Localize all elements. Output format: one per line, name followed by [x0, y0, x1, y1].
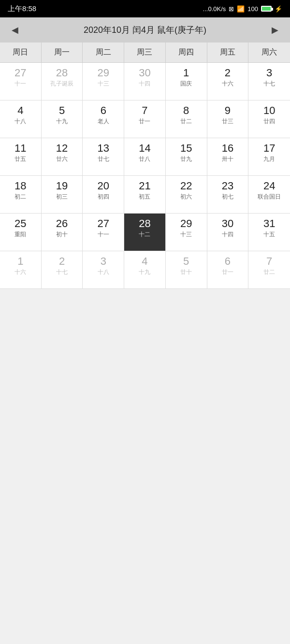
lunar-label: 廿四 — [263, 118, 275, 126]
lunar-label: 九月 — [263, 156, 275, 163]
lunar-label: 十七 — [263, 80, 275, 88]
day-cell[interactable]: 30十四 — [124, 63, 166, 100]
lunar-label: 初四 — [98, 193, 109, 201]
lunar-label: 卅十 — [222, 156, 233, 163]
signal-icon: ⊠ — [229, 5, 234, 13]
lunar-label: 十六 — [14, 269, 26, 276]
weekday-header: 周一 — [42, 43, 83, 62]
lunar-label: 重阳 — [14, 231, 26, 239]
lunar-label: 初十 — [56, 231, 68, 239]
battery-icon — [261, 6, 272, 12]
day-number: 13 — [98, 142, 109, 155]
weekday-header: 周日 — [0, 43, 42, 62]
day-cell[interactable]: 24联合国日 — [248, 176, 290, 214]
day-cell[interactable]: 22初六 — [166, 176, 207, 214]
day-cell[interactable]: 8廿二 — [166, 100, 207, 138]
lunar-label: 老人 — [98, 118, 109, 126]
day-cell[interactable]: 19初三 — [42, 176, 83, 214]
day-number: 31 — [263, 217, 275, 230]
day-number: 23 — [222, 180, 233, 192]
day-cell[interactable]: 13廿七 — [83, 138, 124, 176]
day-number: 15 — [180, 142, 192, 155]
day-cell[interactable]: 20初四 — [83, 176, 124, 214]
lunar-label: 十四 — [222, 231, 233, 239]
day-number: 18 — [14, 180, 26, 192]
day-cell[interactable]: 30十四 — [207, 214, 249, 251]
day-cell[interactable]: 10廿四 — [248, 100, 290, 138]
day-number: 6 — [225, 255, 231, 268]
day-cell[interactable]: 29十三 — [166, 214, 207, 251]
day-cell[interactable]: 23初七 — [207, 176, 249, 214]
day-cell[interactable]: 2十六 — [207, 63, 249, 100]
day-cell[interactable]: 18初二 — [0, 176, 42, 214]
lunar-label: 十九 — [56, 118, 68, 126]
day-cell[interactable]: 29十三 — [83, 63, 124, 100]
day-cell[interactable]: 2十七 — [42, 251, 83, 289]
day-number: 7 — [142, 104, 147, 117]
day-number: 6 — [101, 104, 106, 117]
calendar-grid: 27十一28孔子诞辰29十三30十四1国庆2十六3十七4十八5十九6老人7廿一8… — [0, 63, 290, 289]
day-cell[interactable]: 6廿一 — [207, 251, 249, 289]
lunar-label: 廿十 — [180, 269, 192, 276]
day-cell[interactable]: 27十一 — [83, 214, 124, 251]
day-cell[interactable]: 5廿十 — [166, 251, 207, 289]
day-cell[interactable]: 17九月 — [248, 138, 290, 176]
day-cell[interactable]: 21初五 — [124, 176, 166, 214]
day-number: 8 — [183, 104, 189, 117]
day-cell[interactable]: 4十九 — [124, 251, 166, 289]
day-cell[interactable]: 12廿六 — [42, 138, 83, 176]
lunar-label: 十九 — [139, 269, 150, 276]
day-number: 5 — [183, 255, 189, 268]
lunar-label: 廿九 — [180, 156, 192, 163]
day-number: 5 — [59, 104, 65, 117]
day-cell[interactable]: 1十六 — [0, 251, 42, 289]
status-time: 上午8:58 — [8, 4, 36, 14]
next-month-button[interactable]: ▶ — [268, 23, 282, 37]
day-cell[interactable]: 25重阳 — [0, 214, 42, 251]
day-number: 1 — [17, 255, 23, 268]
lunar-label: 十一 — [98, 231, 109, 239]
day-cell[interactable]: 26初十 — [42, 214, 83, 251]
day-cell[interactable]: 16卅十 — [207, 138, 249, 176]
lunar-label: 廿三 — [222, 118, 233, 126]
day-number: 4 — [142, 255, 147, 268]
wifi-icon: 📶 — [237, 5, 245, 13]
day-number: 22 — [180, 180, 192, 192]
battery-percent: 100 — [247, 5, 258, 13]
day-number: 9 — [225, 104, 231, 117]
day-cell[interactable]: 5十九 — [42, 100, 83, 138]
weekday-header: 周六 — [248, 43, 290, 62]
day-number: 1 — [183, 67, 189, 79]
day-cell[interactable]: 3十八 — [83, 251, 124, 289]
day-number: 30 — [222, 217, 233, 230]
day-cell[interactable]: 7廿二 — [248, 251, 290, 289]
month-title: 2020年10月 闰4月 鼠年(庚子年) — [84, 24, 206, 36]
day-cell[interactable]: 1国庆 — [166, 63, 207, 100]
day-cell[interactable]: 3十七 — [248, 63, 290, 100]
day-cell[interactable]: 28孔子诞辰 — [42, 63, 83, 100]
day-cell[interactable]: 4十八 — [0, 100, 42, 138]
day-number: 7 — [266, 255, 272, 268]
status-bar: 上午8:58 ...0.0K/s ⊠ 📶 100 ⚡ — [0, 0, 290, 17]
day-cell[interactable]: 9廿三 — [207, 100, 249, 138]
weekday-header: 周五 — [207, 43, 249, 62]
day-number: 21 — [139, 180, 150, 192]
day-cell[interactable]: 31十五 — [248, 214, 290, 251]
prev-month-button[interactable]: ◀ — [8, 23, 22, 37]
day-number: 24 — [263, 180, 275, 192]
weekday-header: 周二 — [83, 43, 124, 62]
lunar-label: 廿六 — [56, 156, 68, 163]
day-cell[interactable]: 28十二 — [124, 214, 166, 251]
day-cell[interactable]: 7廿一 — [124, 100, 166, 138]
day-number: 3 — [101, 255, 106, 268]
day-cell[interactable]: 6老人 — [83, 100, 124, 138]
day-cell[interactable]: 27十一 — [0, 63, 42, 100]
day-cell[interactable]: 15廿九 — [166, 138, 207, 176]
weekday-row: 周日周一周二周三周四周五周六 — [0, 43, 290, 63]
lunar-label: 初五 — [139, 193, 150, 201]
day-cell[interactable]: 11廿五 — [0, 138, 42, 176]
day-number: 10 — [263, 104, 275, 117]
day-cell[interactable]: 14廿八 — [124, 138, 166, 176]
day-number: 19 — [56, 180, 68, 192]
weekday-header: 周三 — [124, 43, 166, 62]
